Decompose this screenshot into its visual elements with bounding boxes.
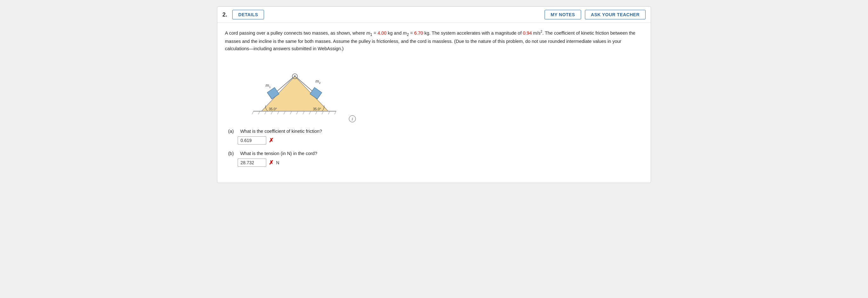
m2-value: 6.70 [414, 30, 423, 36]
accel-value: 0.94 [523, 30, 532, 36]
equals-sign2: = [409, 30, 414, 36]
svg-line-10 [309, 111, 311, 114]
header-right: MY NOTES ASK YOUR TEACHER [545, 10, 646, 19]
info-icon[interactable]: i [349, 115, 356, 122]
question-b-label: (b) What is the tension (in N) in the co… [228, 151, 643, 156]
problem-text-part1: A cord passing over a pulley connects tw… [225, 30, 366, 36]
svg-text:35.0°: 35.0° [313, 107, 321, 111]
diagram-svg: 35.0° 35.0° m 1 m [244, 59, 346, 122]
svg-line-2 [258, 111, 260, 114]
question-a-text: What is the coefficient of kinetic frict… [240, 129, 322, 134]
diagram-container: 35.0° 35.0° m 1 m [244, 59, 643, 122]
answer-b-input[interactable] [238, 158, 266, 167]
svg-text:35.0°: 35.0° [269, 107, 277, 111]
my-notes-button[interactable]: MY NOTES [545, 10, 581, 19]
ask-teacher-button[interactable]: ASK YOUR TEACHER [585, 10, 646, 19]
svg-line-5 [277, 111, 279, 114]
question-b-spacer [235, 151, 239, 156]
svg-line-11 [315, 111, 317, 114]
question-a-label: (a) What is the coefficient of kinetic f… [228, 129, 643, 134]
svg-line-3 [265, 111, 266, 114]
svg-line-14 [335, 111, 336, 114]
answer-b-error-icon[interactable]: ✗ [269, 159, 274, 166]
m2-unit: kg. The system accelerates with a magnit… [423, 30, 523, 36]
equals-sign: = [372, 30, 378, 36]
svg-text:m: m [315, 79, 319, 84]
question-a-section: (a) What is the coefficient of kinetic f… [228, 129, 643, 145]
svg-line-7 [290, 111, 292, 114]
header-left: 2. DETAILS [222, 10, 264, 19]
question-a-spacer [235, 129, 239, 134]
svg-text:m: m [266, 83, 269, 88]
m1-label: m1 [366, 30, 372, 36]
content-area: A cord passing over a pulley connects tw… [217, 23, 651, 183]
answer-a-input[interactable] [238, 136, 266, 145]
info-icon-text: i [352, 117, 353, 121]
details-button[interactable]: DETAILS [232, 10, 264, 19]
svg-line-9 [303, 111, 304, 114]
svg-line-4 [271, 111, 273, 114]
answer-a-row: ✗ [238, 136, 643, 145]
answer-b-row: ✗ N [238, 158, 643, 167]
svg-line-1 [252, 111, 253, 114]
question-b-letter: (b) [228, 151, 234, 156]
m1-unit: kg and [386, 30, 403, 36]
svg-line-13 [328, 111, 330, 114]
svg-line-6 [284, 111, 285, 114]
m2-label: m2 [403, 30, 409, 36]
svg-text:2: 2 [319, 81, 320, 85]
svg-line-12 [322, 111, 323, 114]
unit-label-n: N [276, 160, 279, 165]
question-b-section: (b) What is the tension (in N) in the co… [228, 151, 643, 167]
problem-number: 2. [222, 11, 227, 18]
svg-point-19 [294, 75, 296, 77]
question-a-letter: (a) [228, 129, 234, 134]
svg-line-8 [297, 111, 298, 114]
problem-container: 2. DETAILS MY NOTES ASK YOUR TEACHER A c… [217, 6, 651, 183]
answer-a-error-icon[interactable]: ✗ [269, 137, 274, 144]
svg-text:1: 1 [269, 86, 271, 89]
problem-text: A cord passing over a pulley connects tw… [225, 29, 643, 53]
question-b-text: What is the tension (in N) in the cord? [240, 151, 317, 156]
header-bar: 2. DETAILS MY NOTES ASK YOUR TEACHER [217, 7, 651, 23]
m1-value: 4.00 [377, 30, 386, 36]
